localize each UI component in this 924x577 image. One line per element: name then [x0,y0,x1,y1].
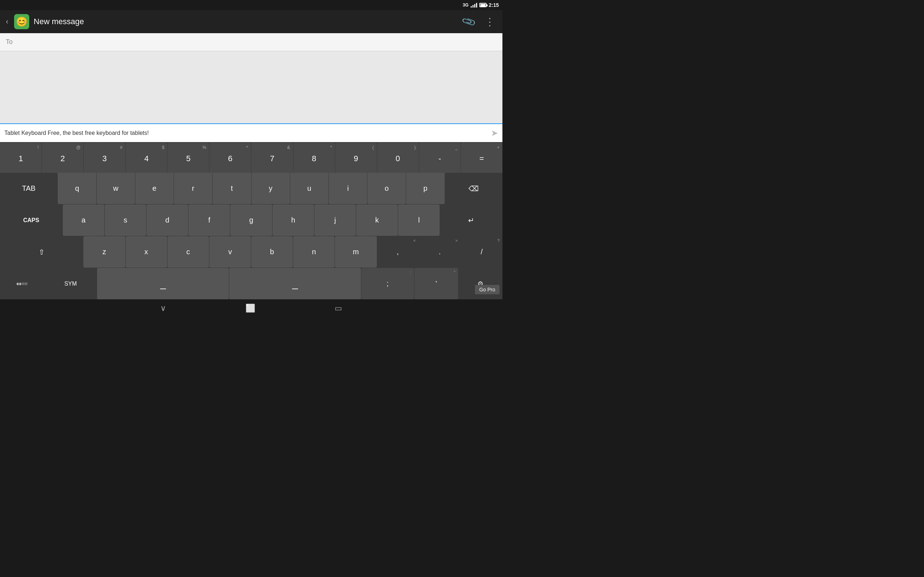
key-6[interactable]: 6^ [209,143,251,174]
key-j[interactable]: j [314,205,356,236]
key-equals[interactable]: =+ [461,143,502,174]
key-apostrophe[interactable]: ' " [414,268,459,299]
layout-switch-icon: ⇔ [16,280,22,288]
zxcv-row: ⇧ z x c v b n m , < . > / ? [0,236,502,268]
asdf-row: CAPS a s d f g h j k l ↵ [0,205,502,236]
back-button[interactable]: ‹ [4,16,10,28]
key-slash[interactable]: / ? [461,236,502,268]
key-l[interactable]: l [398,205,439,236]
key-space-right[interactable]: _ [229,268,361,299]
nav-bar: ∨ ⬜ ▭ [0,300,502,313]
nav-recents-button[interactable]: ▭ [334,304,342,313]
key-g[interactable]: g [230,205,272,236]
key-w[interactable]: w [97,173,135,204]
go-pro-button[interactable]: Go Pro [475,285,499,294]
key-space-left[interactable]: _ [97,268,229,299]
nav-back-button[interactable]: ∨ [160,304,166,313]
key-settings-button[interactable]: ⚙ [459,268,502,299]
key-2[interactable]: 2@ [42,143,83,174]
key-tab[interactable]: TAB [0,173,57,204]
key-backspace[interactable]: ⌫ [445,173,502,204]
key-d[interactable]: d [147,205,188,236]
key-q[interactable]: q [58,173,96,204]
message-area: To [0,33,502,123]
key-caps[interactable]: CAPS [0,205,63,236]
keyboard: 1! 2@ 3# 4$ 5% 6^ 7& 8* 9( 0) -_ =+ TAB … [0,142,502,299]
key-enter[interactable]: ↵ [440,205,502,236]
key-b[interactable]: b [251,236,293,268]
status-bar: 3G 2:15 [0,0,502,10]
message-body [0,51,502,123]
key-3[interactable]: 3# [84,143,125,174]
key-5[interactable]: 5% [168,143,209,174]
qwerty-row: TAB q w e r t y u i o p ⌫ [0,173,502,204]
key-p[interactable]: p [406,173,444,204]
key-comma[interactable]: , < [377,236,419,268]
key-y[interactable]: y [252,173,290,204]
key-c[interactable]: c [168,236,209,268]
key-8[interactable]: 8* [294,143,335,174]
key-i[interactable]: i [329,173,367,204]
nav-home-button[interactable]: ⬜ [246,304,255,313]
key-7[interactable]: 7& [251,143,293,174]
bottom-row: ⇔ ⊞⊞ SYM _ _ ; : ' " ⚙ [0,268,502,299]
key-r[interactable]: r [174,173,212,204]
key-minus[interactable]: -_ [419,143,460,174]
key-period[interactable]: . > [419,236,460,268]
key-k[interactable]: k [356,205,398,236]
key-m[interactable]: m [335,236,376,268]
key-u[interactable]: u [290,173,328,204]
menu-button[interactable]: ⋮ [482,13,498,31]
key-v[interactable]: v [209,236,251,268]
to-label: To [6,38,13,45]
key-sym[interactable]: SYM [44,268,97,299]
key-4[interactable]: 4$ [126,143,167,174]
key-t[interactable]: t [213,173,251,204]
key-e[interactable]: e [135,173,174,204]
battery-icon [479,3,486,7]
key-s[interactable]: s [105,205,146,236]
key-a[interactable]: a [63,205,104,236]
key-z[interactable]: z [83,236,125,268]
key-x[interactable]: x [126,236,167,268]
app-bar: ‹ 😊 New message 📎 ⋮ [0,10,502,33]
key-shift[interactable]: ⇧ [0,236,83,268]
key-semicolon[interactable]: ; : [361,268,414,299]
signal-bars-icon [471,3,477,8]
text-input-bar: ➤ [0,123,502,142]
to-field-container: To [0,33,502,51]
key-0[interactable]: 0) [377,143,419,174]
key-f[interactable]: f [188,205,230,236]
status-time: 2:15 [489,2,499,8]
key-1[interactable]: 1! [0,143,42,174]
send-button[interactable]: ➤ [491,128,498,138]
app-emoji-icon: 😊 [16,16,27,27]
app-icon: 😊 [14,14,29,29]
number-row: 1! 2@ 3# 4$ 5% 6^ 7& 8* 9( 0) -_ =+ [0,143,502,172]
key-h[interactable]: h [273,205,314,236]
network-type: 3G [463,3,468,8]
key-o[interactable]: o [367,173,406,204]
message-text-input[interactable] [4,130,488,136]
key-layout-switch[interactable]: ⇔ ⊞⊞ [0,268,44,299]
key-9[interactable]: 9( [335,143,377,174]
key-n[interactable]: n [293,236,334,268]
attach-button[interactable]: 📎 [457,10,480,34]
app-title: New message [34,17,456,26]
